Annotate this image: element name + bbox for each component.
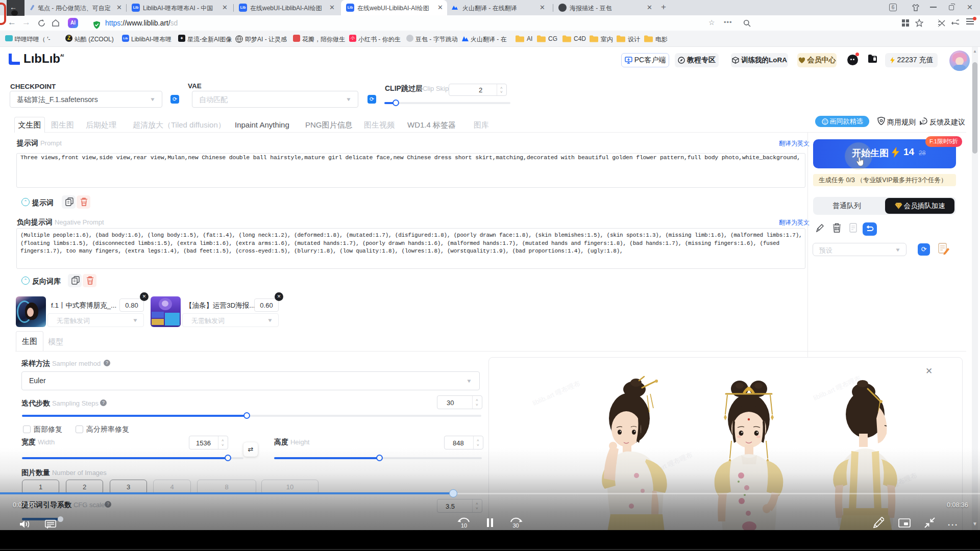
svg-text:30: 30	[513, 522, 519, 529]
svg-text:10: 10	[461, 522, 467, 529]
